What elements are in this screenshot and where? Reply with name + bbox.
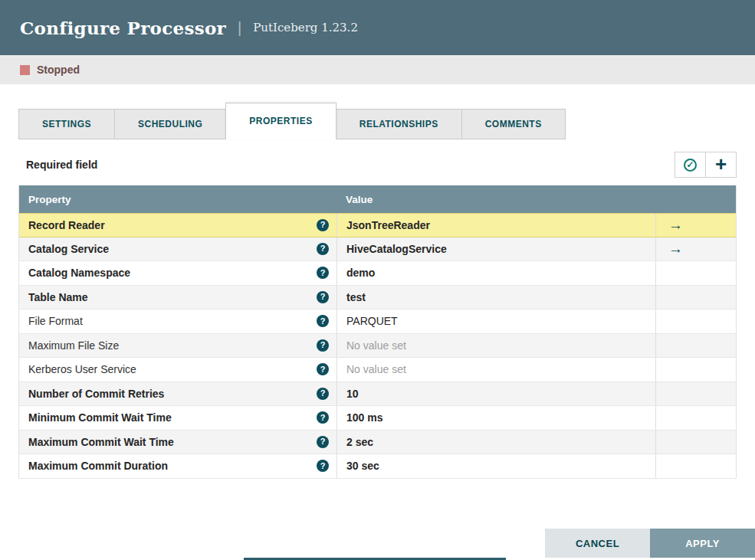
property-value[interactable]: HiveCatalogService [336,237,655,261]
table-row[interactable]: Record Reader?JsonTreeReader→ [19,213,736,237]
property-value[interactable]: 2 sec [336,431,655,454]
property-value[interactable]: JsonTreeReader [336,214,655,237]
row-actions-cell [655,382,736,406]
help-question-icon[interactable]: ? [317,460,329,472]
help-question-icon[interactable]: ? [317,243,329,255]
tab-bar: SETTINGSSCHEDULINGPROPERTIESRELATIONSHIP… [18,103,737,139]
table-row[interactable]: File Format?PARQUET [19,309,736,334]
property-name: File Format [28,315,83,327]
property-cell: Maximum Commit Duration? [19,454,336,478]
property-cell: Record Reader? [19,214,336,237]
property-value[interactable]: No value set [336,358,655,382]
row-actions-cell [655,358,736,382]
check-circle-icon: ✓ [684,159,697,172]
row-actions-cell [655,261,736,285]
property-name: Table Name [28,291,88,303]
property-name: Catalog Namespace [28,267,130,279]
help-question-icon[interactable]: ? [317,291,329,303]
table-row[interactable]: Maximum Commit Wait Time?2 sec [19,431,736,455]
help-question-icon[interactable]: ? [317,388,329,400]
table-row[interactable]: Kerberos User Service?No value set [19,358,736,382]
row-actions-cell [655,286,736,309]
row-actions-cell [655,334,736,358]
dialog-header: Configure Processor | PutIceberg 1.23.2 [0,0,755,55]
column-header-value: Value [336,194,655,205]
property-cell: Catalog Service? [19,237,336,261]
property-cell: File Format? [19,309,336,333]
verify-properties-button[interactable]: ✓ [675,152,706,178]
property-name: Record Reader [28,219,105,231]
property-value[interactable]: demo [336,261,655,285]
configure-processor-dialog: Configure Processor | PutIceberg 1.23.2 … [0,0,755,560]
help-question-icon[interactable]: ? [317,411,329,424]
property-name: Maximum File Size [28,339,119,352]
table-row[interactable]: Catalog Namespace?demo [19,261,736,286]
property-action-buttons: ✓ + [675,152,737,178]
table-header-row: Property Value [19,185,736,213]
status-bar: Stopped [0,55,755,84]
help-question-icon[interactable]: ? [317,315,329,327]
table-row[interactable]: Minimum Commit Wait Time?100 ms [19,406,736,431]
property-value[interactable]: PARQUET [336,309,655,333]
help-question-icon[interactable]: ? [317,363,329,375]
help-question-icon[interactable]: ? [317,339,329,352]
tab-comments[interactable]: COMMENTS [461,109,566,139]
status-label: Stopped [37,64,80,76]
property-value[interactable]: No value set [336,334,655,358]
processor-name-version: PutIceberg 1.23.2 [253,21,358,34]
property-name: Maximum Commit Wait Time [28,436,174,448]
property-cell: Catalog Namespace? [19,261,336,285]
dialog-footer: CANCEL APPLY [545,529,755,558]
table-row[interactable]: Maximum File Size?No value set [19,334,736,359]
property-cell: Maximum Commit Wait Time? [19,431,336,454]
title-separator: | [238,19,241,37]
property-name: Kerberos User Service [28,363,136,375]
property-name: Number of Commit Retries [28,388,164,400]
property-cell: Maximum File Size? [19,334,336,358]
property-value[interactable]: 30 sec [336,454,655,478]
properties-table: Property Value Record Reader?JsonTreeRea… [18,185,737,479]
tab-properties[interactable]: PROPERTIES [225,103,336,139]
row-actions-cell: → [655,214,736,237]
apply-button[interactable]: APPLY [650,529,755,558]
tab-settings[interactable]: SETTINGS [18,109,115,139]
dialog-title: Configure Processor [20,18,226,38]
add-property-button[interactable]: + [705,152,737,178]
tab-relationships[interactable]: RELATIONSHIPS [336,109,462,139]
property-cell: Number of Commit Retries? [19,382,336,406]
help-question-icon[interactable]: ? [317,436,329,448]
help-question-icon[interactable]: ? [317,219,329,231]
go-to-service-arrow-icon[interactable]: → [668,218,683,232]
property-cell: Kerberos User Service? [19,358,336,382]
row-actions-cell: → [655,237,736,261]
property-value[interactable]: 10 [336,382,655,406]
table-row[interactable]: Table Name?test [19,286,736,310]
dialog-content: SETTINGSSCHEDULINGPROPERTIESRELATIONSHIP… [0,84,755,479]
cancel-button[interactable]: CANCEL [545,529,650,558]
table-row[interactable]: Number of Commit Retries?10 [19,382,736,407]
column-header-property: Property [19,194,336,205]
property-value[interactable]: 100 ms [336,406,655,430]
tab-scheduling[interactable]: SCHEDULING [114,109,226,139]
row-actions-cell [655,454,736,478]
required-field-label: Required field [26,159,97,171]
properties-toolbar: Required field ✓ + [18,152,737,178]
property-cell: Minimum Commit Wait Time? [19,406,336,430]
row-actions-cell [655,309,736,333]
help-question-icon[interactable]: ? [317,267,329,279]
go-to-service-arrow-icon[interactable]: → [668,241,683,256]
property-name: Minimum Commit Wait Time [28,411,172,424]
table-row[interactable]: Catalog Service?HiveCatalogService→ [19,237,736,262]
row-actions-cell [655,431,736,454]
property-table-body: Record Reader?JsonTreeReader→Catalog Ser… [19,213,736,479]
stopped-status-icon [20,65,30,75]
property-name: Maximum Commit Duration [28,460,168,472]
table-row[interactable]: Maximum Commit Duration?30 sec [19,454,736,479]
property-cell: Table Name? [19,286,336,309]
property-name: Catalog Service [28,243,109,255]
property-value[interactable]: test [336,286,655,309]
row-actions-cell [655,406,736,430]
